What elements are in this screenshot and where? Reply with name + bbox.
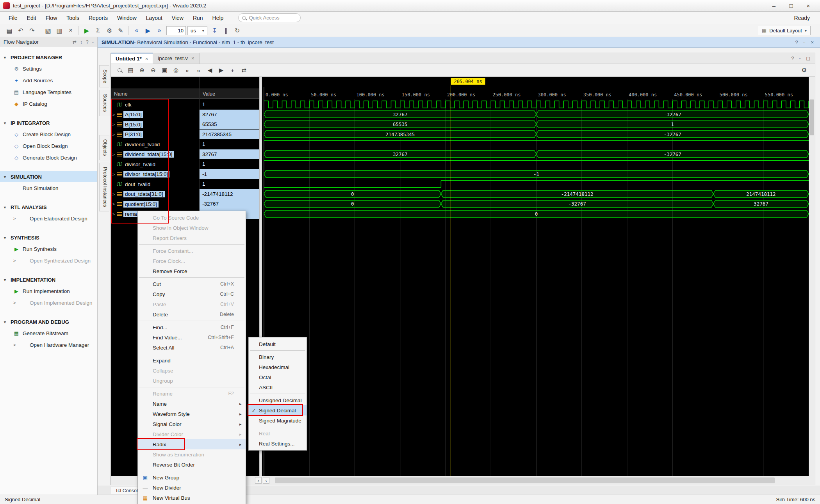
tab-ipcore-test-v[interactable]: ipcore_test.v× — [153, 53, 199, 64]
signal-value-divisor-tdata-15-0[interactable]: -1 — [200, 169, 259, 179]
collapse-caret-icon[interactable]: ▾ — [4, 121, 8, 125]
signal-row-divisor-tvalid[interactable]: divisor_tvalid — [111, 159, 199, 169]
expand-chevron-icon[interactable]: > — [13, 258, 17, 263]
signal-row-dout-tvalid[interactable]: dout_tvalid — [111, 179, 199, 189]
menu-item-new-divider[interactable]: —New Divider — [138, 483, 246, 493]
goto-time-end-icon[interactable]: » — [193, 65, 204, 75]
collapse-caret-icon[interactable]: ▾ — [4, 278, 8, 282]
edit-icon[interactable]: ✎ — [115, 25, 126, 36]
signal-value-p-31-0[interactable]: 2147385345 — [200, 130, 259, 139]
expand-caret-icon[interactable]: > — [111, 152, 116, 157]
tab-close-icon[interactable]: × — [145, 56, 148, 62]
menu-item-waveform-style[interactable]: Waveform Style▸ — [138, 409, 246, 419]
signal-value-clk[interactable]: 1 — [200, 99, 259, 109]
menu-flow[interactable]: Flow — [41, 13, 62, 23]
menu-item-name[interactable]: Name▸ — [138, 399, 246, 409]
expand-caret-icon[interactable]: > — [111, 132, 116, 137]
menu-view[interactable]: View — [167, 13, 188, 23]
expand-caret-icon[interactable]: > — [111, 122, 116, 127]
signal-row-clk[interactable]: clk — [111, 99, 199, 110]
delete-icon[interactable]: × — [65, 25, 76, 36]
menu-item-ascii[interactable]: ASCII — [249, 382, 307, 392]
menu-tools[interactable]: Tools — [62, 13, 84, 23]
menu-run[interactable]: Run — [188, 13, 208, 23]
maximize-icon[interactable]: ◻ — [806, 55, 810, 61]
step-icon[interactable]: » — [154, 25, 165, 36]
flow-item-open-implemented-design[interactable]: >Open Implemented Design — [0, 297, 97, 309]
menu-item-signal-color[interactable]: Signal Color▸ — [138, 419, 246, 429]
tab-untitled-1[interactable]: Untitled 1*× — [111, 53, 153, 64]
signal-value-dout-tdata-31-0[interactable]: -2147418112 — [200, 189, 259, 199]
relaunch-icon[interactable]: ↻ — [232, 25, 243, 36]
collapse-caret-icon[interactable]: ▾ — [4, 175, 8, 179]
expand-caret-icon[interactable]: > — [111, 202, 116, 206]
expand-left-icon[interactable]: ‹ — [263, 477, 269, 484]
undo-icon[interactable]: ↶ — [15, 25, 26, 36]
side-tab-scope[interactable]: Scope — [99, 65, 109, 87]
signal-value-b-15-0[interactable]: 65535 — [200, 119, 259, 129]
signal-value-dividend-tdata-15-0[interactable]: 32767 — [200, 149, 259, 159]
expand-chevron-icon[interactable]: > — [13, 300, 17, 305]
zoom-out-icon[interactable]: ⊖ — [148, 65, 159, 75]
swap-cursors-icon[interactable]: ⇄ — [239, 65, 249, 75]
expand-icon[interactable]: ↕ — [80, 39, 82, 45]
collapse-caret-icon[interactable]: ▾ — [4, 55, 8, 60]
signal-row-dividend-tdata-15-0[interactable]: >dividend_tdata[15:0] — [111, 149, 199, 160]
close-button[interactable]: × — [800, 0, 817, 11]
horizontal-scrollbar-thumb[interactable] — [275, 477, 775, 483]
expand-caret-icon[interactable]: > — [111, 192, 116, 197]
signal-row-dout-tdata-31-0[interactable]: >dout_tdata[31:0] — [111, 189, 199, 199]
menu-item-unsigned-decimal[interactable]: Unsigned Decimal — [249, 395, 307, 405]
copy-icon[interactable]: ▧ — [43, 25, 53, 36]
flow-item-create-block-design[interactable]: ◇Create Block Design — [0, 128, 97, 140]
save-waveform-icon[interactable]: ▤ — [125, 65, 136, 75]
flow-item-run-synthesis[interactable]: ▶Run Synthesis — [0, 243, 97, 255]
zoom-in-icon[interactable]: ⊕ — [137, 65, 147, 75]
toggle-icon[interactable]: ⇄ — [73, 39, 77, 45]
help-icon[interactable]: ? — [795, 39, 798, 45]
wave-canvas[interactable]: 0.000 ns50.000 ns100.000 ns150.000 ns200… — [262, 77, 809, 476]
signal-value-dout-tvalid[interactable]: 1 — [200, 179, 259, 189]
collapse-caret-icon[interactable]: ▾ — [4, 205, 8, 209]
expand-caret-icon[interactable]: > — [111, 172, 116, 177]
minimize-button[interactable]: – — [765, 0, 783, 11]
menu-item-select-all[interactable]: Select AllCtrl+A — [138, 343, 246, 353]
simulation-time-input[interactable] — [166, 26, 186, 35]
menu-item-copy[interactable]: CopyCtrl+C — [138, 289, 246, 299]
float-icon[interactable]: ▫ — [799, 55, 801, 61]
flow-section-project-manager[interactable]: ▾PROJECT MANAGER — [0, 52, 97, 63]
flow-item-generate-block-design[interactable]: ◇Generate Block Design — [0, 152, 97, 163]
sum-icon[interactable]: Σ — [93, 25, 103, 36]
signal-value-dividend-tvalid[interactable]: 1 — [200, 139, 259, 149]
close-icon[interactable]: × — [811, 39, 814, 45]
menu-item-find-value[interactable]: Find Value...Ctrl+Shift+F — [138, 332, 246, 343]
menu-item-signed-decimal[interactable]: ✓Signed Decimal — [249, 405, 307, 415]
signal-row-b-15-0[interactable]: >B[15:0] — [111, 119, 199, 130]
signal-value-quotient-15-0[interactable]: -32767 — [200, 199, 259, 209]
paste-icon[interactable]: ▥ — [54, 25, 65, 36]
flow-section-implementation[interactable]: ▾IMPLEMENTATION — [0, 274, 97, 285]
menu-item-delete[interactable]: DeleteDelete — [138, 309, 246, 319]
layout-select[interactable]: ▦ Default Layout ▾ — [758, 26, 811, 35]
flow-item-open-synthesized-design[interactable]: >Open Synthesized Design — [0, 255, 97, 266]
tab-close-icon[interactable]: × — [191, 55, 194, 61]
flow-item-open-hardware-manager[interactable]: >Open Hardware Manager — [0, 339, 97, 351]
side-tab-objects[interactable]: Objects — [99, 135, 109, 160]
redo-icon[interactable]: ↷ — [27, 25, 37, 36]
restart-sim-icon[interactable]: « — [131, 25, 142, 36]
collapse-caret-icon[interactable]: ▾ — [4, 236, 8, 240]
find-icon[interactable] — [114, 65, 125, 75]
help-icon[interactable]: ? — [791, 55, 794, 61]
zoom-to-cursor-icon[interactable]: ◎ — [171, 65, 181, 75]
menu-item-hexadecimal[interactable]: Hexadecimal — [249, 362, 307, 372]
run-all-icon[interactable]: ▶ — [143, 25, 153, 36]
menu-item-expand[interactable]: Expand — [138, 355, 246, 366]
menu-item-reverse-bit-order[interactable]: Reverse Bit Order — [138, 460, 246, 470]
wave-settings-icon[interactable]: ⚙ — [799, 65, 809, 75]
menu-item-new-virtual-bus[interactable]: ▦New Virtual Bus — [138, 493, 246, 503]
menu-item-remove-force[interactable]: Remove Force — [138, 266, 246, 276]
pause-icon[interactable]: ∥ — [221, 25, 232, 36]
menu-item-default[interactable]: Default — [249, 339, 307, 349]
float-icon[interactable]: ▫ — [804, 39, 806, 45]
menu-item-real-settings[interactable]: Real Settings... — [249, 438, 307, 449]
